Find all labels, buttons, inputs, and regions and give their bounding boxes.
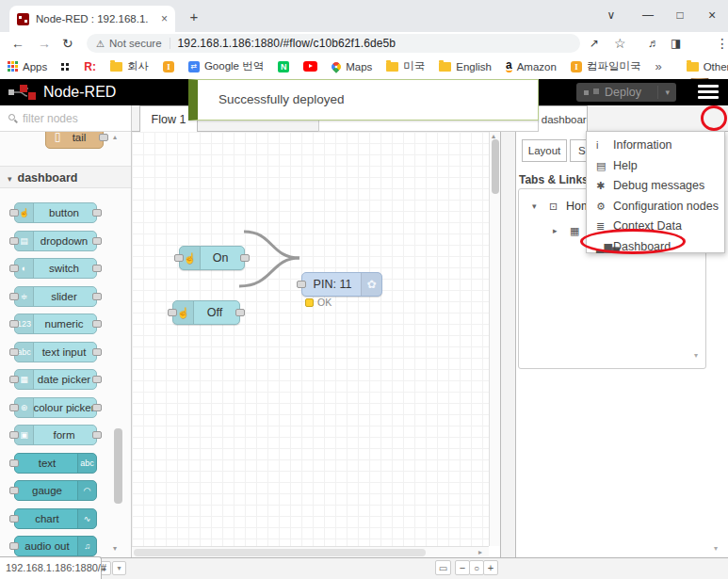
scroll-right-icon[interactable]: ▸ xyxy=(478,548,482,556)
panel-scroll-down-icon[interactable]: ▾ xyxy=(694,351,698,360)
bookmark-folder-company[interactable]: 회사 xyxy=(110,59,149,73)
palette-node-button[interactable]: ☝ button xyxy=(14,202,97,223)
output-port[interactable] xyxy=(92,376,102,383)
palette-search[interactable] xyxy=(0,105,131,132)
input-port[interactable] xyxy=(168,309,177,316)
palette-node-chart[interactable]: ∿ chart xyxy=(14,508,97,529)
minimize-button[interactable]: — xyxy=(636,4,660,26)
canvas-vertical-scrollbar[interactable]: ▴ xyxy=(489,132,500,546)
output-port[interactable] xyxy=(99,134,108,141)
close-button[interactable]: × xyxy=(700,4,724,26)
palette-node-audio-out[interactable]: ♫ audio out xyxy=(14,536,97,556)
input-port[interactable] xyxy=(9,348,19,356)
bookmark-i-badge[interactable]: I xyxy=(163,61,174,72)
bookmark-star-icon[interactable]: ☆ xyxy=(614,32,626,55)
bookmark-r-extension[interactable]: R: xyxy=(84,60,96,73)
palette-node-text-input[interactable]: abc text input xyxy=(14,342,97,362)
zoom-out-button[interactable]: − xyxy=(455,560,470,575)
flow-node-rpi-gpio-pin11[interactable]: ✿ PIN: 11 xyxy=(301,272,382,297)
bookmarks-overflow-icon[interactable]: » xyxy=(655,59,661,73)
input-port[interactable] xyxy=(9,320,19,328)
palette-node-form[interactable]: ▣ form xyxy=(14,425,97,445)
media-controls-icon[interactable]: ♬ xyxy=(648,32,659,55)
input-port[interactable] xyxy=(9,487,19,494)
menu-item-configuration-nodes[interactable]: ⚙Configuration nodes xyxy=(587,197,724,217)
input-port[interactable] xyxy=(9,265,19,272)
chevron-right-icon[interactable]: ▸ xyxy=(553,219,558,242)
wire-on-to-pin[interactable] xyxy=(244,232,299,258)
chevron-down-icon[interactable]: ▾ xyxy=(532,195,537,217)
other-bookmarks[interactable]: Other bookmarks xyxy=(687,61,728,72)
palette-scroll-down-icon[interactable]: ▾ xyxy=(113,544,117,553)
side-panel-icon[interactable]: ◨ xyxy=(671,32,681,55)
navigator-button[interactable]: ▭ xyxy=(435,560,451,575)
bookmark-amazon[interactable]: aAmazon xyxy=(506,60,557,72)
flow-node-off[interactable]: ☝ Off xyxy=(172,300,240,325)
maximize-button[interactable]: □ xyxy=(668,4,692,26)
filter-nodes-input[interactable] xyxy=(23,109,121,128)
browser-tab[interactable]: Node-RED : 192.168.1.186 × xyxy=(9,6,175,32)
output-port[interactable] xyxy=(92,320,102,328)
palette-node-dropdown[interactable]: ▤ dropdown xyxy=(14,231,97,251)
wire-off-to-pin[interactable] xyxy=(239,258,299,286)
palette-expand-all-button[interactable]: ▾ xyxy=(112,561,126,575)
palette-node-numeric[interactable]: 123 numeric xyxy=(14,314,97,334)
bookmark-folder-compile[interactable]: I컴파일미국 xyxy=(571,59,641,73)
input-port[interactable] xyxy=(9,431,19,439)
output-port[interactable] xyxy=(240,254,250,262)
palette-category-dashboard[interactable]: ▾dashboard xyxy=(0,166,131,188)
bookmark-google-translate[interactable]: ⇄Google 번역 xyxy=(188,59,264,73)
main-menu-icon[interactable] xyxy=(698,85,719,100)
input-port[interactable] xyxy=(174,254,184,262)
bookmark-naver[interactable]: N xyxy=(278,61,289,72)
input-port[interactable] xyxy=(9,293,19,300)
input-port[interactable] xyxy=(9,459,19,467)
palette-node-slider[interactable]: ≑ slider xyxy=(14,286,97,307)
input-port[interactable] xyxy=(9,542,19,550)
input-port[interactable] xyxy=(9,376,19,383)
palette-node-tail[interactable]: ▯ tail xyxy=(45,132,104,149)
share-icon[interactable]: ↗ xyxy=(590,32,599,55)
browser-menu-icon[interactable]: ⋮ xyxy=(716,32,728,55)
sidebar-scroll-down-icon[interactable]: ▾ xyxy=(714,544,718,553)
palette-scroll-up-icon[interactable]: ▴ xyxy=(113,133,117,141)
bookmark-tistory[interactable] xyxy=(61,63,70,71)
deploy-button[interactable]: Deploy ▾ xyxy=(576,83,676,102)
deploy-caret-icon[interactable]: ▾ xyxy=(665,88,670,97)
palette-node-date-picker[interactable]: ▦ date picker xyxy=(14,369,97,390)
reload-button[interactable]: ↻ xyxy=(62,32,73,55)
forward-button[interactable]: → xyxy=(38,32,51,55)
palette-scrollbar[interactable] xyxy=(114,428,122,504)
palette-node-switch[interactable]: ◐ switch xyxy=(14,258,97,279)
bookmark-youtube[interactable] xyxy=(303,61,317,72)
input-port[interactable] xyxy=(9,237,19,245)
flow-node-on[interactable]: ☝ On xyxy=(179,246,245,270)
output-port[interactable] xyxy=(92,209,102,217)
zoom-reset-button[interactable]: ○ xyxy=(469,560,484,575)
bookmark-folder-english[interactable]: English xyxy=(439,61,492,72)
tab-search-icon[interactable]: ∨ xyxy=(599,4,623,26)
canvas-horizontal-scrollbar[interactable]: ▸ xyxy=(132,546,489,557)
output-port[interactable] xyxy=(92,404,102,411)
dashboard-tab-layout[interactable]: Layout xyxy=(522,139,567,162)
output-port[interactable] xyxy=(92,265,102,272)
back-button[interactable]: ← xyxy=(11,32,24,55)
tab-close-icon[interactable]: × xyxy=(161,12,168,25)
menu-item-information[interactable]: iInformation xyxy=(587,136,724,156)
panel-splitter[interactable] xyxy=(501,105,515,557)
bookmark-folder-usa[interactable]: 미국 xyxy=(386,59,425,73)
bookmark-apps[interactable]: Apps xyxy=(8,61,47,72)
bookmark-maps[interactable]: Maps xyxy=(332,61,372,72)
output-port[interactable] xyxy=(92,431,102,439)
menu-item-debug-messages[interactable]: ✱Debug messages xyxy=(587,176,724,197)
menu-item-help[interactable]: ▤Help xyxy=(587,156,724,177)
palette-node-colour-picker[interactable]: ⊛ colour picker xyxy=(14,397,97,418)
output-port[interactable] xyxy=(92,348,102,356)
input-port[interactable] xyxy=(9,515,19,523)
output-port[interactable] xyxy=(92,237,102,245)
output-port[interactable] xyxy=(235,309,245,316)
zoom-in-button[interactable]: + xyxy=(483,560,498,575)
palette-node-text[interactable]: abc text xyxy=(14,453,97,474)
input-port[interactable] xyxy=(9,404,19,411)
new-tab-button[interactable]: + xyxy=(185,8,203,26)
